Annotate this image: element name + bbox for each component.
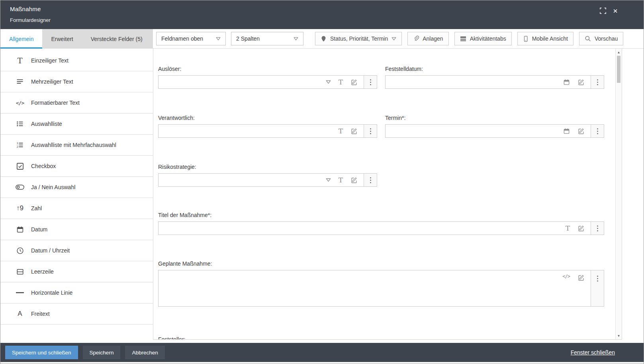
aktivitaetentabs-button[interactable]: Aktivitätentabs bbox=[454, 32, 512, 45]
cancel-button[interactable]: Abbrechen bbox=[125, 346, 164, 359]
close-window-link[interactable]: Fenster schließen bbox=[571, 349, 615, 356]
dropdown-arrow-icon[interactable] bbox=[326, 178, 331, 182]
field-kebab-menu[interactable] bbox=[591, 222, 604, 235]
field-input[interactable]: T bbox=[158, 221, 604, 235]
edit-icon[interactable] bbox=[350, 78, 358, 86]
palette-item-formatierbarer-text[interactable]: </> Formatierbarer Text bbox=[0, 92, 153, 114]
blank-row-icon bbox=[15, 268, 25, 275]
window-title: Maßnahme bbox=[10, 6, 644, 12]
tabs-icon bbox=[460, 36, 466, 42]
vertical-scrollbar[interactable]: ▲ ▼ bbox=[615, 49, 622, 339]
svg-text:2: 2 bbox=[17, 145, 18, 149]
edit-icon[interactable] bbox=[350, 176, 358, 184]
form-designer-main: Auslöser: T Feststelldatum: bbox=[153, 49, 644, 340]
palette-item-mehrfachauswahl[interactable]: 12 Auswahlliste mit Mehrfachauswahl bbox=[0, 135, 153, 156]
status-priority-termin-button[interactable]: Status, Priorität, Termin bbox=[315, 32, 402, 45]
body: T Einzeiliger Text Mehrzeiliger Text </>… bbox=[0, 49, 644, 340]
code-icon[interactable]: </> bbox=[562, 274, 570, 279]
field-kebab-menu[interactable] bbox=[591, 125, 604, 137]
field-input[interactable]: T bbox=[158, 124, 377, 138]
aktivitaetentabs-button-label: Aktivitätentabs bbox=[470, 35, 506, 42]
label-position-value: Feldnamen oben bbox=[161, 35, 203, 42]
mobile-ansicht-button[interactable]: Mobile Ansicht bbox=[517, 32, 574, 45]
text-format-icon[interactable]: T bbox=[339, 177, 343, 184]
tab-erweitert[interactable]: Erweitert bbox=[42, 29, 82, 49]
vorschau-button-label: Vorschau bbox=[595, 35, 618, 42]
palette-item-einzeiliger-text[interactable]: T Einzeiliger Text bbox=[0, 50, 153, 71]
palette-item-auswahlliste[interactable]: Auswahlliste bbox=[0, 114, 153, 135]
scrollbar-thumb[interactable] bbox=[617, 56, 621, 83]
mobile-ansicht-button-label: Mobile Ansicht bbox=[532, 35, 568, 42]
save-button[interactable]: Speichern bbox=[83, 346, 121, 359]
columns-select[interactable]: 2 Spalten bbox=[231, 32, 303, 45]
field-label: Risikostrategie: bbox=[158, 164, 377, 170]
field-kebab-menu[interactable] bbox=[591, 270, 604, 306]
dropdown-arrow-icon[interactable] bbox=[326, 80, 331, 84]
field-label: Feststelldatum: bbox=[385, 66, 604, 72]
edit-icon[interactable] bbox=[577, 274, 585, 281]
edit-icon[interactable] bbox=[577, 225, 585, 232]
tab-allgemein[interactable]: Allgemein bbox=[0, 29, 42, 49]
form-field-clipped: Feststeller: bbox=[158, 336, 377, 339]
vorschau-button[interactable]: Vorschau bbox=[579, 32, 623, 45]
field-kebab-menu[interactable] bbox=[364, 125, 377, 137]
horizontal-line-icon bbox=[15, 292, 25, 294]
palette-item-horizontale-linie[interactable]: Horizontale Linie bbox=[0, 282, 153, 303]
close-icon[interactable]: ✕ bbox=[612, 7, 619, 14]
field-label: Titel der Maßnahme*: bbox=[158, 212, 604, 219]
palette-item-freitext[interactable]: A Freitext bbox=[0, 303, 153, 325]
palette-item-leerzeile[interactable]: Leerzeile bbox=[0, 261, 153, 282]
multi-line-text-icon bbox=[15, 78, 25, 86]
palette-item-mehrzeiliger-text[interactable]: Mehrzeiliger Text bbox=[0, 71, 153, 92]
field-input[interactable]: T bbox=[158, 173, 377, 187]
field-label: Auslöser: bbox=[158, 66, 377, 72]
form-canvas: Auslöser: T Feststelldatum: bbox=[153, 49, 615, 339]
scroll-up-icon[interactable]: ▲ bbox=[616, 49, 622, 55]
chevron-down-icon bbox=[294, 37, 298, 41]
footer-bar: Speichern und schließen Speichern Abbrec… bbox=[0, 343, 644, 362]
status-button-label: Status, Priorität, Termin bbox=[330, 35, 388, 42]
field-textarea[interactable]: </> bbox=[158, 270, 604, 307]
anlagen-button[interactable]: Anlagen bbox=[407, 32, 448, 45]
top-strip: Allgemein Erweitert Versteckte Felder (5… bbox=[0, 29, 644, 49]
field-kebab-menu[interactable] bbox=[591, 76, 604, 88]
magnifier-icon bbox=[585, 35, 591, 42]
numbered-list-icon: 12 bbox=[15, 141, 25, 149]
calendar-icon bbox=[15, 226, 25, 233]
text-format-icon[interactable]: T bbox=[339, 79, 343, 86]
palette-item-datum-uhrzeit[interactable]: Datum / Uhrzeit bbox=[0, 240, 153, 261]
form-field-verantwortlich: Verantwortlich: T bbox=[158, 115, 377, 138]
label-position-select[interactable]: Feldnamen oben bbox=[156, 32, 226, 45]
text-format-icon[interactable]: T bbox=[566, 225, 570, 232]
field-label: Geplante Maßnahme: bbox=[158, 260, 604, 267]
checkbox-icon bbox=[15, 162, 25, 170]
palette-item-datum[interactable]: Datum bbox=[0, 219, 153, 240]
text-format-icon[interactable]: T bbox=[339, 128, 343, 135]
calendar-icon[interactable] bbox=[563, 79, 570, 86]
palette-item-checkbox[interactable]: Checkbox bbox=[0, 156, 153, 177]
fullscreen-icon[interactable] bbox=[599, 7, 607, 14]
scroll-down-icon[interactable]: ▼ bbox=[616, 333, 622, 339]
calendar-icon[interactable] bbox=[563, 128, 570, 135]
designer-toolbar: Feldnamen oben 2 Spalten Status, Priorit… bbox=[153, 29, 644, 49]
edit-icon[interactable] bbox=[350, 127, 358, 135]
code-icon: </> bbox=[15, 100, 25, 106]
field-label: Feststeller: bbox=[158, 336, 377, 339]
field-label: Verantwortlich: bbox=[158, 115, 377, 121]
field-kebab-menu[interactable] bbox=[364, 174, 377, 186]
edit-icon[interactable] bbox=[577, 127, 585, 135]
field-input[interactable]: T bbox=[158, 75, 377, 89]
edit-icon[interactable] bbox=[577, 78, 585, 86]
form-field-feststelldatum: Feststelldatum: bbox=[385, 66, 604, 89]
footer-gap bbox=[0, 340, 644, 343]
tab-versteckte-felder[interactable]: Versteckte Felder (5) bbox=[82, 29, 151, 49]
form-canvas-viewport: Auslöser: T Feststelldatum: bbox=[153, 49, 622, 340]
palette-item-ja-nein[interactable]: Ja / Nein Auswahl bbox=[0, 177, 153, 198]
field-input[interactable] bbox=[385, 124, 604, 138]
sidebar-tabs: Allgemein Erweitert Versteckte Felder (5… bbox=[0, 29, 153, 49]
form-field-termin: Termin*: bbox=[385, 115, 604, 138]
save-and-close-button[interactable]: Speichern und schließen bbox=[5, 346, 78, 359]
field-input[interactable] bbox=[385, 75, 604, 89]
field-kebab-menu[interactable] bbox=[364, 76, 377, 88]
palette-item-zahl[interactable]: ↑9 Zahl bbox=[0, 198, 153, 219]
